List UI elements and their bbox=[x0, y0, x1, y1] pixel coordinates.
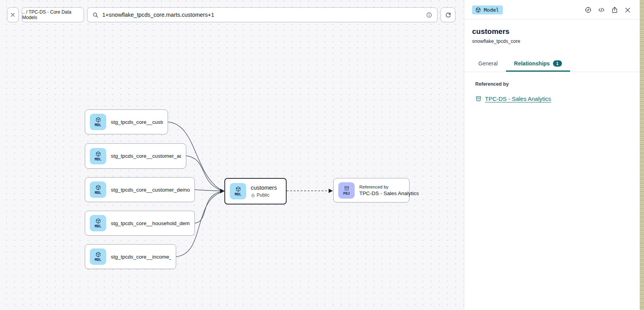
graph-node-customers-selected[interactable]: MDL customers Public bbox=[224, 178, 287, 204]
access-label: Public bbox=[257, 192, 270, 198]
refresh-icon bbox=[445, 12, 452, 18]
tab-general[interactable]: General bbox=[470, 56, 506, 72]
model-tile-label: MDL bbox=[94, 157, 101, 161]
node-label: customers bbox=[251, 185, 277, 191]
model-tile: MDL bbox=[90, 181, 106, 198]
explore-compass-icon[interactable] bbox=[584, 6, 592, 14]
model-tile: MDL bbox=[90, 114, 106, 130]
graph-node-stg-customer-demographics[interactable]: MDL stg_tpcds_core__customer_demogra… bbox=[85, 177, 195, 202]
close-icon bbox=[10, 12, 16, 18]
graph-node-referenced-project[interactable]: PRJ Referenced by TPC-DS - Sales Analyti… bbox=[333, 178, 410, 203]
search-value: 1+snowflake_tpcds_core.marts.customers+1 bbox=[102, 12, 422, 18]
model-type-badge-label: Model bbox=[484, 7, 499, 13]
node-label: stg_tpcds_core__household_demogr… bbox=[111, 220, 190, 226]
app-window: MDL stg_tpcds_core__customer MDL stg_tpc… bbox=[0, 0, 644, 310]
lineage-canvas[interactable]: MDL stg_tpcds_core__customer MDL stg_tpc… bbox=[0, 0, 464, 310]
graph-node-stg-customer-address[interactable]: MDL stg_tpcds_core__customer_address bbox=[85, 143, 186, 169]
node-label: stg_tpcds_core__customer_demogra… bbox=[111, 187, 190, 193]
page-title: customers bbox=[464, 19, 640, 36]
relationships-count-badge: 1 bbox=[553, 60, 562, 67]
node-label: stg_tpcds_core__customer bbox=[111, 119, 163, 125]
model-type-badge: Model bbox=[472, 5, 503, 14]
cube-icon bbox=[95, 252, 101, 257]
referenced-project-link[interactable]: TPC-DS - Sales Analytics bbox=[485, 95, 551, 102]
model-tile: MDL bbox=[90, 215, 106, 231]
panel-header: Model bbox=[464, 0, 640, 19]
info-icon[interactable] bbox=[426, 12, 432, 18]
cube-icon bbox=[95, 151, 101, 157]
close-lineage-button[interactable] bbox=[7, 7, 19, 22]
referenced-by-section: Referenced by TPC-DS - Sales Analytics bbox=[464, 72, 640, 111]
cube-icon bbox=[95, 117, 101, 123]
node-label: stg_tpcds_core__customer_address bbox=[111, 153, 181, 159]
schema-subtitle: snowflake_tpcds_core bbox=[464, 36, 640, 44]
cube-icon bbox=[475, 7, 481, 13]
model-tile-label: MDL bbox=[234, 192, 241, 196]
desktop-wallpaper-edge bbox=[640, 0, 644, 310]
cube-icon bbox=[235, 186, 241, 192]
breadcrumb-label: .. / TPC-DS - Core Data Models bbox=[22, 9, 84, 20]
project-box-icon bbox=[344, 185, 350, 191]
panel-tabs: General Relationships 1 bbox=[464, 56, 640, 72]
tab-relationships[interactable]: Relationships 1 bbox=[506, 56, 570, 72]
model-tile-label: MDL bbox=[94, 224, 101, 228]
model-tile: MDL bbox=[90, 148, 106, 164]
cube-icon bbox=[95, 185, 101, 190]
model-tile: MDL bbox=[230, 183, 246, 199]
search-icon bbox=[92, 12, 99, 18]
share-icon[interactable] bbox=[611, 6, 618, 14]
referenced-project-row[interactable]: TPC-DS - Sales Analytics bbox=[475, 95, 629, 102]
graph-node-stg-customer[interactable]: MDL stg_tpcds_core__customer bbox=[85, 109, 168, 134]
close-panel-icon[interactable] bbox=[624, 7, 631, 14]
model-tile-label: MDL bbox=[94, 123, 101, 127]
project-box-icon bbox=[475, 95, 482, 102]
details-panel: Model customers snowflake_tpcds_core bbox=[464, 0, 640, 310]
lineage-selector-input[interactable]: 1+snowflake_tpcds_core.marts.customers+1 bbox=[87, 7, 438, 22]
tab-general-label: General bbox=[478, 60, 498, 67]
lineage-edges bbox=[0, 0, 464, 310]
node-label: stg_tpcds_core__income_band bbox=[111, 254, 171, 260]
cube-icon bbox=[95, 218, 101, 224]
breadcrumb[interactable]: .. / TPC-DS - Core Data Models bbox=[22, 7, 84, 22]
view-code-icon[interactable] bbox=[598, 6, 605, 14]
lock-icon bbox=[251, 193, 255, 197]
project-tile-label: PRJ bbox=[343, 192, 350, 196]
node-label: TPC-DS - Sales Analytics bbox=[359, 190, 419, 196]
refresh-button[interactable] bbox=[441, 7, 455, 22]
tab-relationships-label: Relationships bbox=[514, 60, 550, 67]
graph-node-stg-household-demographics[interactable]: MDL stg_tpcds_core__household_demogr… bbox=[85, 211, 195, 236]
project-tile: PRJ bbox=[338, 182, 355, 199]
referenced-by-heading: Referenced by bbox=[475, 81, 629, 87]
model-tile-label: MDL bbox=[94, 191, 101, 195]
model-tile-label: MDL bbox=[94, 258, 101, 262]
graph-node-stg-income-band[interactable]: MDL stg_tpcds_core__income_band bbox=[85, 244, 176, 269]
model-tile: MDL bbox=[90, 248, 106, 265]
referenced-by-caption: Referenced by bbox=[359, 185, 419, 189]
